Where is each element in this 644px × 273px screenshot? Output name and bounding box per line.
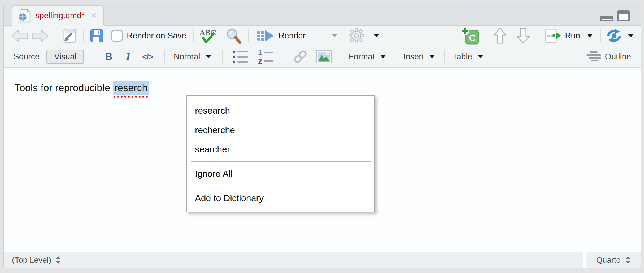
separator xyxy=(83,29,84,42)
separator xyxy=(538,29,538,42)
menu-separator xyxy=(191,186,371,186)
paragraph-style-dropdown[interactable]: Normal xyxy=(174,52,211,61)
suggestion-item[interactable]: recherche xyxy=(187,120,374,140)
gear-icon[interactable] xyxy=(349,28,364,43)
render-on-save-checkbox[interactable] xyxy=(111,30,123,42)
minimize-icon[interactable] xyxy=(600,16,613,21)
render-icon xyxy=(257,29,274,43)
svg-text:C: C xyxy=(469,33,476,43)
separator xyxy=(486,29,486,42)
outline-toggle[interactable]: Outline xyxy=(586,51,631,63)
ignore-all-item[interactable]: Ignore All xyxy=(187,164,374,183)
render-dropdown-icon[interactable] xyxy=(332,34,337,37)
save-icon[interactable] xyxy=(90,29,103,42)
outline-label: Outline xyxy=(605,52,631,61)
paragraph-style-value: Normal xyxy=(174,52,200,61)
visual-editor-canvas[interactable]: Tools for reproducible reserch research … xyxy=(4,68,641,252)
back-icon[interactable] xyxy=(11,29,28,42)
jump-next-icon[interactable] xyxy=(517,28,530,44)
link-icon[interactable] xyxy=(292,49,308,65)
separator xyxy=(193,29,194,42)
separator xyxy=(341,50,341,63)
run-button[interactable]: Run xyxy=(545,29,593,43)
run-label: Run xyxy=(565,31,580,41)
chevron-down-icon xyxy=(429,55,435,58)
document-type-label: Quarto xyxy=(596,256,621,265)
scope-label: (Top Level) xyxy=(12,256,51,265)
insert-chunk-icon[interactable]: C xyxy=(461,27,479,45)
run-icon xyxy=(545,29,562,43)
format-menu-label: Format xyxy=(349,52,375,61)
spellcheck-icon[interactable]: ABC xyxy=(199,28,219,43)
menu-separator xyxy=(191,161,371,162)
numbered-list-icon[interactable]: 1 2 xyxy=(258,50,274,64)
editor-status-bar: (Top Level) Quarto xyxy=(4,252,641,268)
scope-selector[interactable]: (Top Level) xyxy=(4,252,583,268)
svg-text:2: 2 xyxy=(258,57,262,64)
insert-menu[interactable]: Insert xyxy=(403,52,435,61)
table-menu-label: Table xyxy=(452,52,472,61)
document-paragraph[interactable]: Tools for reproducible reserch xyxy=(15,81,149,95)
close-tab-icon[interactable]: ✕ xyxy=(90,11,97,20)
chevron-down-icon xyxy=(206,55,211,58)
italic-button[interactable]: I xyxy=(126,51,130,62)
search-icon[interactable] xyxy=(226,28,241,44)
code-button[interactable]: </> xyxy=(142,52,153,61)
document-type-selector[interactable]: Quarto xyxy=(586,252,641,268)
suggestion-item[interactable]: research xyxy=(187,101,374,120)
run-dropdown-icon[interactable] xyxy=(587,34,593,37)
separator xyxy=(248,29,249,42)
visual-editor-format-bar: Source Visual B I </> Normal 1 2 xyxy=(4,46,641,68)
pane-window-controls xyxy=(600,10,630,21)
source-editor-pane: spelling.qmd* ✕ xyxy=(3,3,641,268)
image-icon[interactable] xyxy=(316,50,332,63)
sorter-arrows-icon xyxy=(55,256,61,264)
separator xyxy=(395,50,395,63)
show-in-new-window-icon[interactable] xyxy=(62,28,77,43)
tab-bar: spelling.qmd* ✕ xyxy=(4,3,641,26)
tab-spelling-qmd[interactable]: spelling.qmd* ✕ xyxy=(12,5,104,26)
separator xyxy=(444,50,445,63)
separator xyxy=(222,50,223,63)
add-to-dictionary-item[interactable]: Add to Dictionary xyxy=(187,188,374,208)
bold-button[interactable]: B xyxy=(105,51,112,62)
separator xyxy=(600,29,601,42)
bulleted-list-icon[interactable] xyxy=(232,50,249,64)
editor-toolbar: Render on Save ABC Render xyxy=(4,26,641,46)
chevron-down-icon xyxy=(477,55,483,58)
quarto-document-icon xyxy=(19,9,31,23)
settings-dropdown-icon[interactable] xyxy=(373,34,379,37)
tab-title: spelling.qmd* xyxy=(35,11,85,20)
separator xyxy=(55,29,55,42)
rerun-icon[interactable] xyxy=(607,29,621,43)
paragraph-text: Tools for reproducible xyxy=(15,82,113,93)
render-label: Render xyxy=(279,31,306,41)
rerun-dropdown-icon[interactable] xyxy=(628,34,634,37)
spellcheck-context-menu: research recherche searcher Ignore All A… xyxy=(186,95,375,212)
source-mode-button[interactable]: Source xyxy=(14,52,40,61)
jump-previous-icon[interactable] xyxy=(493,28,507,44)
maximize-icon[interactable] xyxy=(617,10,630,21)
insert-menu-label: Insert xyxy=(403,52,424,61)
visual-mode-button[interactable]: Visual xyxy=(46,50,84,64)
separator xyxy=(284,50,284,63)
chevron-down-icon xyxy=(380,55,386,58)
svg-text:1: 1 xyxy=(258,50,262,57)
outline-icon xyxy=(586,51,601,63)
render-on-save-label: Render on Save xyxy=(127,31,186,41)
table-menu[interactable]: Table xyxy=(452,52,483,61)
separator xyxy=(94,50,94,63)
separator xyxy=(164,50,165,63)
render-button[interactable]: Render xyxy=(257,29,306,43)
forward-icon[interactable] xyxy=(32,29,49,42)
format-menu[interactable]: Format xyxy=(349,52,386,61)
misspelled-word-selection[interactable]: reserch xyxy=(113,81,149,95)
suggestion-item[interactable]: searcher xyxy=(187,140,374,159)
sorter-arrows-icon xyxy=(625,256,631,264)
